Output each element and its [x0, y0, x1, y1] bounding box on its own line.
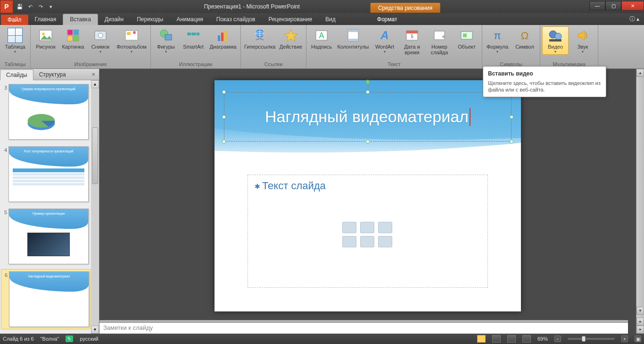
scroll-down-icon[interactable]: ▼ [636, 307, 644, 315]
chart-icon [215, 28, 231, 43]
tab-transitions[interactable]: Переходы [130, 14, 170, 25]
resize-handle[interactable] [222, 140, 226, 143]
tab-design[interactable]: Дизайн [98, 14, 130, 25]
resize-handle[interactable] [366, 90, 370, 94]
smartart-button[interactable]: SmartArt [180, 26, 206, 51]
status-language[interactable]: русский [80, 336, 98, 342]
notes-pane[interactable]: Заметки к слайду [99, 322, 628, 334]
hyperlink-button[interactable]: Гиперссылка [243, 26, 277, 51]
thumbnail[interactable]: График популярности презентаций [8, 84, 89, 140]
tab-format[interactable]: Формат [371, 14, 404, 25]
tab-insert[interactable]: Вставка [63, 14, 98, 25]
zoom-slider[interactable] [568, 338, 615, 340]
thumbnail-selected[interactable]: Наглядный видеоматериал [9, 271, 89, 327]
slide-panel-close-icon[interactable]: × [88, 71, 99, 78]
scroll-up-icon[interactable]: ▲ [91, 80, 99, 88]
thumbnail-row[interactable]: 3 График популярности презентаций [1, 82, 91, 142]
resize-handle[interactable] [510, 115, 513, 119]
tab-slides[interactable]: Слайды [0, 69, 33, 80]
zoom-level[interactable]: 69% [537, 336, 548, 342]
zoom-slider-thumb[interactable] [582, 336, 586, 342]
resize-handle[interactable] [222, 90, 226, 94]
language-icon[interactable]: ✎ [66, 336, 73, 342]
insert-media-icon[interactable] [378, 236, 392, 247]
picture-button[interactable]: Рисунок [33, 26, 59, 51]
view-sorter-button[interactable] [492, 335, 501, 343]
next-slide-icon[interactable]: ⏷ [636, 326, 644, 334]
tab-slideshow[interactable]: Показ слайдов [210, 14, 262, 25]
scroll-up-icon[interactable]: ▲ [636, 69, 644, 77]
object-button[interactable]: Объект [454, 26, 480, 51]
content-placeholder[interactable]: Текст слайда [248, 175, 488, 288]
textbox-button[interactable]: AНадпись [308, 26, 335, 51]
scrollbar-thumb[interactable] [92, 127, 98, 184]
wordart-button[interactable]: AWordArt▼ [372, 26, 398, 55]
contextual-tab-group: Средства рисования [371, 3, 440, 13]
svg-rect-33 [463, 34, 467, 37]
equation-button[interactable]: πФормула▼ [484, 26, 511, 55]
tab-animation[interactable]: Анимация [170, 14, 209, 25]
close-button[interactable]: ✕ [621, 1, 644, 10]
scrollbar-track[interactable] [636, 77, 644, 307]
tab-view[interactable]: Вид [319, 14, 342, 25]
tab-home[interactable]: Главная [28, 14, 63, 25]
slide-panel-scrollbar[interactable]: ▲ ▼ [91, 80, 99, 334]
minimize-button[interactable]: — [589, 1, 605, 10]
thumbnail[interactable]: Пример презентации [8, 209, 89, 264]
tab-review[interactable]: Рецензирование [262, 14, 319, 25]
view-reading-button[interactable] [507, 335, 516, 343]
resize-handle[interactable] [366, 140, 370, 143]
resize-handle[interactable] [222, 115, 226, 119]
insert-chart-icon[interactable] [360, 222, 374, 233]
ribbon-help-icon[interactable]: ⓘ ▴ [625, 13, 644, 25]
view-normal-button[interactable] [477, 335, 486, 343]
chevron-down-icon: ▼ [99, 50, 102, 53]
thumbnail-row[interactable]: 6 Наглядный видеоматериал [1, 269, 91, 329]
symbol-button[interactable]: ΩСимвол [512, 26, 538, 51]
zoom-fit-button[interactable]: ▣ [635, 336, 641, 342]
svg-rect-15 [197, 33, 199, 35]
insert-clipart-icon[interactable] [360, 236, 374, 247]
editor-scrollbar[interactable]: ▲ ▼ ⏶ ⏷ [636, 69, 644, 334]
photoalbum-button[interactable]: Фотоальбом▼ [115, 26, 149, 55]
tab-file[interactable]: Файл [1, 15, 28, 25]
insert-picture-icon[interactable] [342, 236, 356, 247]
rotation-handle[interactable] [365, 80, 370, 84]
scroll-down-icon[interactable]: ▼ [91, 326, 99, 334]
slide-editor[interactable]: Наглядный видеоматериал Текст слайда [99, 69, 636, 334]
chart-button[interactable]: Диаграмма [207, 26, 239, 51]
headerfooter-button[interactable]: Колонтитулы [336, 26, 371, 51]
audio-button[interactable]: Звук▼ [570, 26, 596, 55]
insert-smartart-icon[interactable] [378, 222, 392, 233]
thumbnail-row[interactable]: 4 Рост популярности презентаций [1, 144, 91, 204]
slide-canvas[interactable]: Наглядный видеоматериал Текст слайда [215, 80, 521, 311]
prev-slide-icon[interactable]: ⏶ [636, 318, 644, 326]
content-placeholder-text[interactable]: Текст слайда [255, 180, 481, 192]
thumbnail[interactable]: Рост популярности презентаций [8, 146, 89, 202]
clipart-button[interactable]: Картинка [60, 26, 86, 51]
redo-icon[interactable]: ↷ [37, 3, 44, 10]
shapes-button[interactable]: Фигуры▼ [153, 26, 179, 55]
datetime-button[interactable]: 5Дата и время [399, 26, 425, 57]
action-button[interactable]: Действие [278, 26, 304, 51]
zoom-out-button[interactable]: − [554, 336, 561, 342]
qat-customize-icon[interactable]: ▾ [47, 3, 55, 10]
video-button[interactable]: Видео▼ [542, 26, 569, 55]
slidenumber-button[interactable]: #Номер слайда [426, 26, 453, 57]
table-button[interactable]: Таблица ▼ [2, 26, 28, 55]
zoom-in-button[interactable]: + [621, 336, 628, 342]
insert-table-icon[interactable] [342, 222, 356, 233]
tab-outline[interactable]: Структура [33, 69, 72, 80]
resize-handle[interactable] [510, 140, 513, 143]
save-icon[interactable]: 💾 [16, 3, 24, 10]
thumbnails-list: 3 График популярности презентаций 4 Рост… [0, 80, 99, 334]
svg-text:5: 5 [411, 34, 413, 39]
title-placeholder[interactable]: Наглядный видеоматериал [224, 92, 512, 142]
thumbnail-row[interactable]: 5 Пример презентации [1, 207, 91, 266]
svg-text:Ω: Ω [521, 30, 528, 42]
screenshot-button[interactable]: Снимок▼ [87, 26, 114, 55]
maximize-button[interactable]: ▢ [605, 1, 621, 10]
undo-icon[interactable]: ↶ [26, 3, 34, 10]
shapes-icon [158, 28, 173, 43]
view-slideshow-button[interactable] [522, 335, 531, 343]
